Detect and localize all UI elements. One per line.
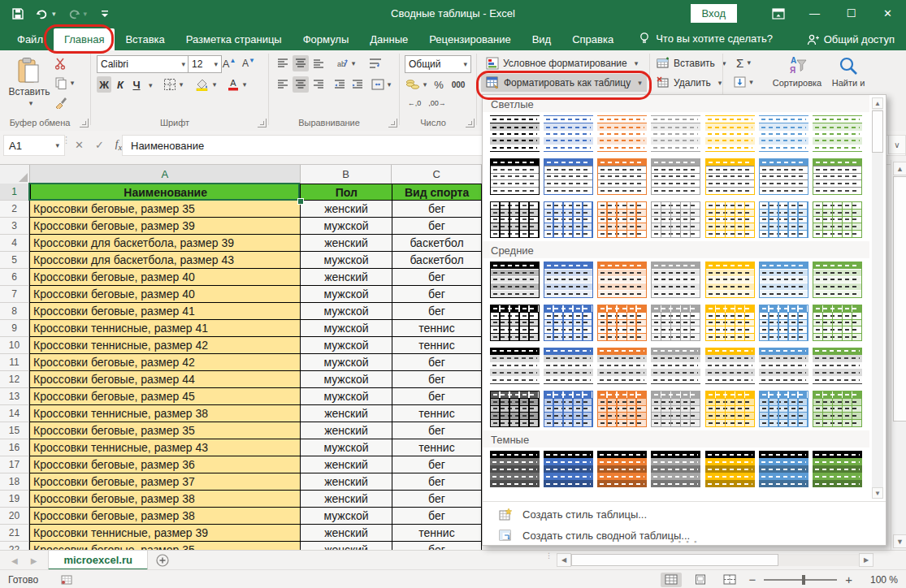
table-style-1-3-4[interactable] [705,391,755,427]
cell-B5[interactable]: мужской [301,252,392,269]
table-style-1-2-1[interactable] [544,348,593,384]
table-style-0-2-2[interactable] [597,201,647,238]
decrease-indent-button[interactable] [332,76,348,93]
cell-C10[interactable]: теннис [392,337,482,354]
cell-A17[interactable]: Кроссовки беговые, размер 36 [29,456,301,473]
shrink-font-button[interactable]: A▼ [240,55,258,71]
ribbon-tab-2[interactable]: Вставка [115,28,175,50]
font-size-combo[interactable]: 12▾ [188,55,222,73]
zoom-slider[interactable] [764,579,837,581]
cell-B9[interactable]: мужской [301,320,392,337]
formula-bar-splitter[interactable]: ⋮ [62,137,71,142]
table-style-1-0-3[interactable] [651,262,700,298]
cell-A2[interactable]: Кроссовки беговые, размер 35 [29,201,301,218]
number-dialog-launcher[interactable] [466,119,475,128]
cell-B4[interactable]: женский [301,235,392,252]
table-style-1-1-5[interactable] [759,305,808,341]
table-style-2-0-0[interactable] [490,451,540,487]
macro-record-icon[interactable] [61,575,72,585]
cell-A4[interactable]: Кроссовки для баскетбола, размер 39 [29,235,301,252]
table-style-2-0-5[interactable] [759,451,808,487]
table-style-0-0-1[interactable] [544,115,593,152]
table-style-0-2-4[interactable] [705,201,755,238]
comma-style-button[interactable]: 000 [448,76,469,93]
cell-B6[interactable]: женский [301,269,392,286]
table-style-1-3-2[interactable] [597,391,647,427]
increase-decimal-button[interactable]: ←,0 [405,96,424,110]
table-style-0-1-2[interactable] [597,158,647,195]
percent-button[interactable]: % [431,76,446,93]
table-style-1-0-4[interactable] [705,262,755,298]
cell-C17[interactable]: бег [392,456,482,473]
alignment-dialog-launcher[interactable] [388,119,397,128]
customize-qat-button[interactable] [98,7,111,20]
table-style-2-0-4[interactable] [705,451,755,487]
format-painter-button[interactable] [52,94,70,110]
zoom-slider-thumb[interactable] [802,575,805,585]
cell-C12[interactable]: бег [392,371,482,388]
cell-C5[interactable]: баскетбол [392,252,482,269]
prev-sheet-arrow[interactable]: ◀ [11,556,18,565]
name-box[interactable]: A1 ▾ [3,135,65,156]
autosum-button[interactable]: Σ▾ [730,54,757,71]
borders-button[interactable]: ▾ [160,76,186,93]
ribbon-tab-6[interactable]: Рецензирование [418,28,521,50]
table-style-2-0-3[interactable] [651,451,700,487]
cell-C9[interactable]: теннис [392,320,482,337]
cell-A22[interactable]: Кроссовки беговые, размер 35 [29,542,301,550]
table-style-1-2-5[interactable] [759,348,808,384]
table-style-0-0-0[interactable] [490,115,540,152]
row-header-10[interactable]: 10 [0,337,29,354]
align-top-button[interactable] [275,55,291,71]
gallery-scrollbar[interactable]: ▲ ▼ [872,97,883,499]
cell-A9[interactable]: Кроссовки теннисные, размер 41 [29,320,301,337]
cell-C19[interactable]: бег [392,491,482,508]
orientation-button[interactable]: ab▾ [333,55,358,71]
next-sheet-arrow[interactable]: ▶ [31,556,37,565]
cell-C4[interactable]: баскетбол [392,235,482,252]
cell-B17[interactable]: женский [301,456,392,473]
table-style-0-2-0[interactable] [490,201,540,238]
table-style-1-0-6[interactable] [813,262,862,298]
insert-function-icon[interactable]: fx [115,137,122,152]
row-header-12[interactable]: 12 [0,371,29,388]
table-style-0-0-2[interactable] [597,115,647,152]
number-format-combo[interactable]: Общий▾ [405,55,471,73]
horizontal-scroll-track[interactable] [571,554,859,566]
row-header-19[interactable]: 19 [0,491,29,508]
cell-B15[interactable]: женский [301,422,392,439]
row-header-1[interactable]: 1 [0,184,30,201]
cell-B18[interactable]: женский [301,473,392,491]
gallery-resize-grip[interactable]: ▪ ▪ ▪ ▪ [483,539,886,544]
table-style-1-1-1[interactable] [544,305,593,341]
table-style-0-0-3[interactable] [651,115,700,152]
cell-B19[interactable]: женский [301,491,392,508]
table-style-0-1-5[interactable] [759,158,808,195]
row-header-6[interactable]: 6 [0,269,29,286]
format-as-table-button[interactable]: Форматировать как таблицу▾ [481,74,647,92]
table-style-1-3-6[interactable] [813,391,862,427]
table-style-0-1-1[interactable] [544,158,593,195]
cell-A18[interactable]: Кроссовки беговые, размер 37 [29,473,301,491]
new-table-style-item[interactable]: Создать стиль таблицы... [483,504,886,525]
table-style-1-1-6[interactable] [813,305,862,341]
find-select-button[interactable]: Найти и [822,52,874,91]
font-dialog-launcher[interactable] [258,119,267,128]
row-header-17[interactable]: 17 [0,456,29,473]
cell-B13[interactable]: мужской [301,388,392,405]
cell-A3[interactable]: Кроссовки беговые, размер 39 [29,218,301,235]
fill-color-button[interactable]: ▾ [193,76,219,93]
table-style-0-0-6[interactable] [813,115,862,152]
cell-B2[interactable]: женский [301,201,392,218]
align-center-button[interactable] [293,76,309,93]
tab-scrollbar-splitter[interactable]: ⋮ [545,554,552,557]
italic-button[interactable]: К [113,76,128,93]
collapse-ribbon-button[interactable]: ∨ [888,135,906,154]
font-name-combo[interactable]: Calibri▾ [97,55,189,73]
cell-A14[interactable]: Кроссовки теннисные, размер 38 [29,405,301,422]
scroll-down-arrow[interactable]: ▼ [893,534,906,548]
cell-C22[interactable]: бег [392,542,482,550]
cell-C13[interactable]: бег [392,388,482,405]
cell-A11[interactable]: Кроссовки беговые, размер 42 [29,354,301,371]
cell-A21[interactable]: Кроссовки теннисные, размер 39 [29,525,301,542]
